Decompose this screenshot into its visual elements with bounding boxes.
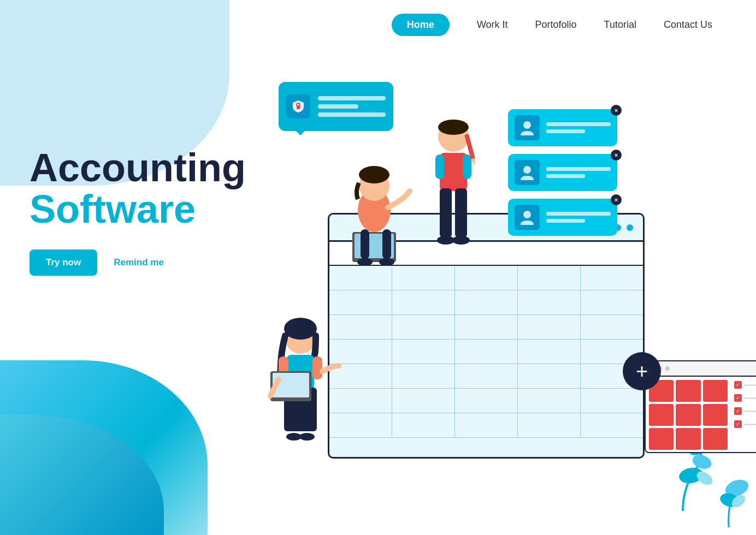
profile-image (515, 115, 540, 140)
checklist: ✓ ✓ ✓ ✓ (731, 377, 756, 453)
grid-cell (581, 266, 643, 290)
profile-lines (546, 167, 611, 178)
check-box: ✓ (734, 407, 742, 415)
nav-item-contact[interactable]: Contact Us (664, 19, 712, 31)
check-box: ✓ (734, 381, 742, 389)
person-with-laptop (246, 306, 355, 472)
hero-title-line2: Software (29, 189, 246, 230)
profile-card-1: × (508, 109, 617, 146)
profile-image (515, 205, 540, 230)
close-icon[interactable]: × (611, 105, 622, 116)
calendar-laptop: ✓ ✓ ✓ ✓ (645, 360, 756, 453)
profile-lines (546, 122, 611, 133)
calendar-grid (646, 377, 731, 453)
shield-icon (286, 94, 310, 118)
svg-rect-8 (382, 229, 391, 259)
check-line (744, 411, 756, 412)
check-item: ✓ (734, 381, 756, 389)
cal-cell (676, 428, 700, 450)
check-line (744, 397, 756, 399)
profile-line (546, 219, 585, 223)
svg-point-21 (452, 236, 470, 245)
cal-cell (703, 428, 728, 450)
grid-row (329, 364, 643, 389)
svg-rect-14 (435, 154, 444, 179)
profile-cards: × × (508, 109, 617, 236)
close-icon[interactable]: × (611, 150, 622, 160)
nav-items: Home Work It Portofolio Tutorial Contact… (392, 14, 712, 36)
hero-text: Accounting Software Try now Remind me (29, 147, 246, 276)
cal-dot (665, 366, 670, 371)
security-chat-bubble (279, 82, 393, 131)
profile-line (546, 212, 611, 216)
chat-line (318, 112, 386, 117)
nav-item-tutorial[interactable]: Tutorial (604, 19, 636, 31)
hero-buttons: Try now Remind me (29, 249, 246, 276)
svg-rect-7 (361, 229, 369, 259)
svg-rect-26 (312, 356, 322, 379)
svg-point-4 (359, 166, 389, 183)
grid-row (329, 340, 643, 364)
check-line (744, 384, 756, 386)
grid-row (329, 389, 643, 413)
profile-line (546, 122, 611, 126)
svg-point-23 (284, 318, 317, 340)
svg-point-9 (357, 258, 373, 266)
check-line (744, 424, 756, 425)
svg-marker-17 (471, 158, 477, 167)
nav-item-portfolio[interactable]: Portofolio (535, 19, 577, 31)
svg-rect-15 (463, 154, 471, 179)
cal-cell (703, 404, 728, 426)
close-icon[interactable]: × (611, 194, 622, 205)
grid-row (329, 413, 643, 438)
svg-point-31 (299, 433, 315, 441)
dot-3 (627, 224, 633, 231)
profile-line (546, 129, 585, 133)
cal-cell (649, 404, 674, 426)
try-now-button[interactable]: Try now (29, 249, 97, 276)
svg-rect-18 (440, 188, 452, 237)
cal-cell (649, 428, 674, 450)
svg-point-12 (438, 120, 469, 135)
grid-cell (518, 266, 581, 290)
svg-point-35 (523, 166, 531, 174)
chat-line (318, 96, 386, 100)
page-plant (707, 462, 751, 530)
profile-line (546, 174, 585, 178)
person-standing (410, 106, 497, 272)
hero-title-line1: Accounting (29, 147, 246, 189)
profile-line (546, 167, 611, 171)
check-item: ✓ (734, 394, 756, 402)
svg-point-10 (379, 258, 394, 266)
cal-cell (676, 380, 700, 402)
check-box: ✓ (734, 394, 742, 402)
nav-item-home[interactable]: Home (392, 14, 450, 36)
check-item: ✓ (734, 420, 756, 428)
chat-lines (318, 96, 386, 117)
navbar: Home Work It Portofolio Tutorial Contact… (0, 0, 756, 49)
profile-image (515, 160, 540, 185)
cal-cell (703, 380, 728, 402)
remind-me-button[interactable]: Remind me (114, 257, 164, 268)
check-box: ✓ (734, 420, 742, 428)
svg-point-33 (523, 121, 531, 129)
profile-lines (546, 212, 611, 223)
grid-row (329, 315, 643, 340)
svg-point-20 (437, 236, 454, 245)
chat-line (318, 104, 358, 109)
svg-point-37 (523, 211, 531, 218)
profile-card-3: × (508, 199, 617, 236)
calendar-body: ✓ ✓ ✓ ✓ (646, 377, 756, 453)
illustration: + ✓ (262, 55, 732, 524)
cal-cell (676, 404, 700, 426)
profile-card-2: × (508, 154, 617, 191)
calendar-header (646, 361, 756, 377)
svg-point-30 (286, 433, 302, 441)
nav-item-workit[interactable]: Work It (477, 19, 508, 31)
check-item: ✓ (734, 407, 756, 415)
add-button[interactable]: + (623, 352, 661, 390)
svg-rect-19 (455, 188, 467, 237)
